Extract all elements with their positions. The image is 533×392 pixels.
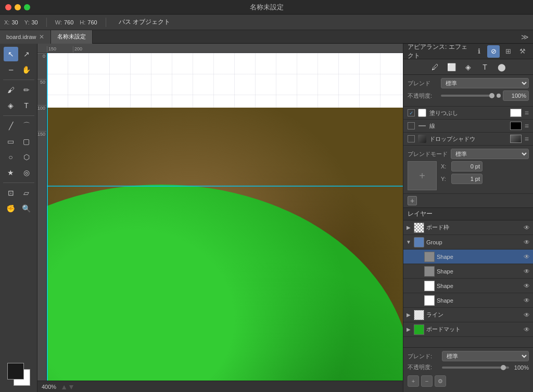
fill-menu-icon[interactable]: ≡ [525,109,529,117]
layer-visibility-line[interactable]: 👁 [523,311,531,319]
foreground-color-swatch[interactable] [7,363,24,380]
close-button[interactable] [5,4,11,10]
zoom-tool[interactable]: 🔍 [19,201,34,216]
x-value-input[interactable] [451,161,483,172]
curve-tool[interactable]: ⌒ [19,119,34,133]
fill-checkbox[interactable]: ✓ [408,109,415,116]
text-tool[interactable]: T [19,98,34,113]
layer-name-line: ライン [426,311,521,319]
star-tool[interactable]: ★ [4,165,18,180]
rect-tool[interactable]: ▭ [4,134,18,149]
tab-untitled[interactable]: 名称未設定 [51,30,93,44]
blend-select[interactable]: 標準 [441,78,529,88]
paint-effect-icon[interactable]: ⬜ [446,61,458,73]
bottom-opacity-knob[interactable] [501,365,506,370]
layer-item-line[interactable]: ▶ ライン 👁 [403,308,533,322]
layer-item-board-frame[interactable]: ▶ ボード枠 👁 [403,220,533,235]
ellipse-tool[interactable]: ○ [4,150,18,164]
fill-effect-row: ✓ 塗りつぶし ≡ [403,107,533,120]
select-tool[interactable]: ↖ [4,47,18,61]
tool-row-9: ⊡ ▱ [4,186,34,200]
brush-icon-btn[interactable]: ⊘ [487,45,500,58]
layer-visibility-shape-1[interactable]: 👁 [523,253,531,261]
layer-visibility-shape-4[interactable]: 👁 [523,296,531,305]
layer-name-shape-4: Shape [437,297,521,304]
grid-icon-btn[interactable]: ⊞ [502,45,514,58]
y-value-input[interactable] [451,174,483,184]
bottom-blend-select[interactable]: 標準 [442,351,529,361]
height-group: H: 760 [80,19,97,25]
pencil-tool[interactable]: ✏ [19,83,34,97]
settings-layer-button[interactable]: ⚙ [435,375,446,387]
horizontal-ruler: 150 200 [37,44,403,53]
shadow-checkbox[interactable] [408,135,415,142]
opacity-slider[interactable] [441,95,494,97]
layer-item-board-mat[interactable]: ▶ ボードマット 👁 [403,322,533,337]
shadow-color-swatch[interactable] [510,135,522,143]
polygon-tool[interactable]: ⬡ [19,150,34,164]
shadow-menu-icon[interactable]: ≡ [525,135,529,143]
grab-tool[interactable]: ✊ [4,201,18,216]
layer-item-shape-1[interactable]: ▶ Shape 👁 [403,250,533,264]
layer-name-shape-3: Shape [437,283,521,289]
tab-close-icon[interactable]: ✕ [39,33,44,41]
layer-visibility-group[interactable]: 👁 [523,238,531,246]
tab-board-idraw[interactable]: board.idraw ✕ [0,30,51,44]
maximize-button[interactable] [24,4,30,10]
circle-effect-icon[interactable]: ⬤ [496,61,508,73]
layer-expand-board-frame[interactable]: ▶ [405,225,412,231]
layer-name-board-mat: ボードマット [426,325,521,333]
bottom-blend-row: ブレンド: 標準 [408,351,529,361]
layer-name-shape-2: Shape [437,268,521,275]
layer-item-shape-2[interactable]: ▶ Shape 👁 [403,264,533,279]
layer-expand-line[interactable]: ▶ [405,312,412,318]
rounded-rect-tool[interactable]: ▢ [19,134,34,149]
select-alt-tool[interactable]: ↗ [19,47,34,61]
ruler-mark-v-150: -150 [37,131,46,157]
layer-item-shape-4[interactable]: ▶ Shape 👁 [403,293,533,308]
extrude-tool[interactable]: ◈ [4,98,18,113]
layers-header: レイヤー [403,208,533,220]
minimize-button[interactable] [15,4,21,10]
pen-effect-icon[interactable]: 🖊 [429,61,441,73]
bottom-opacity-slider[interactable] [442,367,509,369]
blendmode-select[interactable]: 標準 [451,149,529,159]
canvas-viewport[interactable] [47,53,403,381]
line-checkbox[interactable] [408,122,415,129]
paint-tool[interactable]: 🖌 [4,83,18,97]
spiral-tool[interactable]: ◎ [19,165,34,180]
add-layer-button[interactable]: + [408,375,419,387]
paint-icon-btn[interactable]: ⚒ [516,45,529,58]
x-coord-label: X: [4,19,9,25]
layer-visibility-shape-3[interactable]: 👁 [523,282,531,290]
layer-visibility-board-mat[interactable]: 👁 [523,325,531,334]
w-coord-value: 760 [64,19,73,25]
crop-tool[interactable]: ⊡ [4,186,18,200]
hand-like-tool[interactable]: ✋ [19,62,34,77]
text-effect-icon[interactable]: T [479,61,491,73]
info-icon-btn[interactable]: ℹ [473,45,485,58]
titlebar: 名称未設定 [0,0,533,15]
object-type-label: パス オブジェクト [119,18,170,27]
opacity-input[interactable] [503,90,529,101]
line-menu-icon[interactable]: ≡ [525,122,529,130]
node-tool[interactable]: ⎼ [4,62,18,77]
bottom-actions: + − ⚙ [408,373,529,389]
layer-item-group[interactable]: ▼ Group 👁 [403,235,533,250]
add-effect-button[interactable]: + [408,196,417,205]
line-effect-name: 線 [429,122,507,130]
layer-item-shape-3[interactable]: ▶ Shape 👁 [403,279,533,293]
remove-layer-button[interactable]: − [421,375,433,387]
tab-overflow-button[interactable]: ≫ [517,33,533,41]
fill-color-swatch[interactable] [510,109,522,117]
layer-expand-board-mat[interactable]: ▶ [405,326,412,333]
opacity-knob[interactable] [489,93,494,98]
layer-visibility-shape-2[interactable]: 👁 [523,267,531,276]
layer-expand-group[interactable]: ▼ [405,239,412,245]
smudge-effect-icon[interactable]: ◈ [462,61,475,73]
line-tool[interactable]: ╱ [4,119,18,133]
bottom-opacity-value: 100% [514,364,529,371]
layer-visibility-board-frame[interactable]: 👁 [523,224,531,232]
shear-tool[interactable]: ▱ [19,186,34,200]
line-color-swatch[interactable] [510,122,522,130]
